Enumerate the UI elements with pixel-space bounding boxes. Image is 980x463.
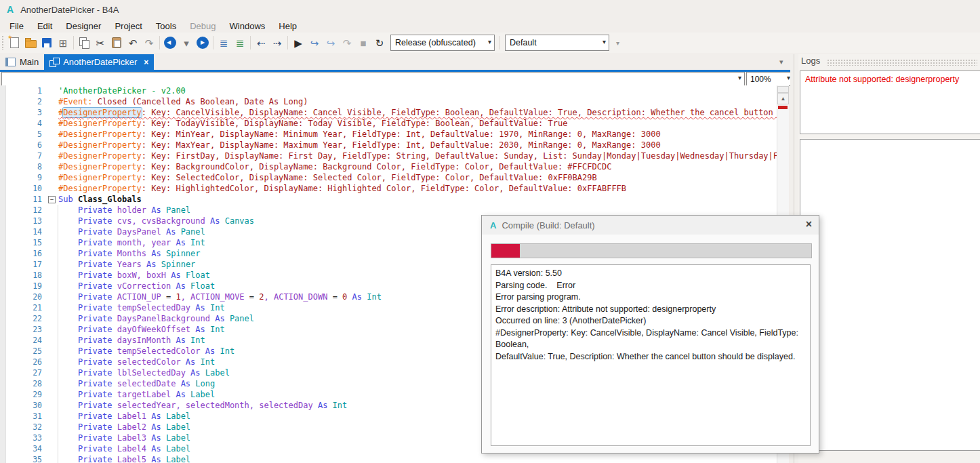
- indent-icon[interactable]: ⇢: [269, 35, 285, 51]
- code-line[interactable]: 3#DesignerProperty: Key: CancelVisible, …: [0, 107, 777, 118]
- scroll-up-icon[interactable]: ▲: [777, 93, 789, 104]
- toolbar: ⊞✂↶↷▾≣≣⇠⇢▶↪↪↷■↻ Release (obfuscated) ▾ D…: [0, 33, 980, 53]
- menu-designer[interactable]: Designer: [59, 20, 108, 33]
- restart-icon[interactable]: ↻: [371, 35, 388, 51]
- save-icon[interactable]: [39, 35, 55, 51]
- toolbar-separator: [213, 36, 213, 49]
- title-bar: A AnotherDatePicker - B4A: [0, 0, 980, 19]
- fold-margin: [45, 237, 58, 248]
- resume-icon[interactable]: ↪: [306, 35, 323, 51]
- fold-margin: [45, 335, 58, 346]
- new-file-icon[interactable]: [6, 35, 22, 51]
- code-line[interactable]: 4#DesignerProperty: Key: TodayVisible, D…: [0, 118, 777, 129]
- paste-icon[interactable]: [108, 35, 125, 51]
- tab-label: Main: [20, 57, 39, 67]
- menu-file[interactable]: File: [3, 20, 30, 33]
- dialog-log-line: #DesignerProperty: Key: CancelVisible, D…: [495, 327, 806, 351]
- undo-icon[interactable]: ↶: [125, 35, 141, 51]
- compile-log-box[interactable]: B4A version: 5.50Parsing code. ErrorErro…: [491, 264, 811, 446]
- line-number: 17: [0, 259, 45, 270]
- toolbar-overflow-icon[interactable]: ▾: [616, 39, 619, 47]
- menu-edit[interactable]: Edit: [30, 20, 59, 33]
- fold-margin: [45, 161, 58, 172]
- line-number: 12: [0, 205, 45, 216]
- code-line[interactable]: 35 Private Label5 As Label: [0, 454, 777, 463]
- editor-split-handle[interactable]: [777, 86, 789, 93]
- indent-guide: [58, 205, 58, 463]
- line-number: 25: [0, 346, 45, 357]
- toolbar-grip: [1, 35, 4, 50]
- build-configuration-select[interactable]: Release (obfuscated) ▾: [390, 35, 495, 51]
- menu-project[interactable]: Project: [108, 20, 148, 33]
- code-text: #DesignerProperty: Key: TodayVisible, Di…: [58, 118, 777, 129]
- back-menu-icon[interactable]: ▾: [178, 35, 195, 51]
- code-line[interactable]: 11−Sub Class_Globals: [0, 194, 777, 205]
- code-text: Sub Class_Globals: [58, 194, 777, 205]
- line-number: 31: [0, 411, 45, 422]
- cut-icon[interactable]: ✂: [92, 35, 108, 51]
- zoom-select[interactable]: 100% ▾: [746, 72, 793, 86]
- line-number: 24: [0, 335, 45, 346]
- form-icon: [5, 58, 16, 66]
- dialog-log-line: Parsing code. Error: [495, 280, 806, 292]
- step-over-icon[interactable]: ↪: [323, 35, 339, 51]
- code-line[interactable]: 8#DesignerProperty: Key: BackgroundColor…: [0, 161, 777, 172]
- line-number: 23: [0, 324, 45, 335]
- line-number: 2: [0, 96, 45, 107]
- collapse-toggle-icon[interactable]: −: [48, 196, 56, 203]
- code-line[interactable]: 12 Private holder As Panel: [0, 205, 777, 216]
- dialog-log-line: DefaultValue: True, Description: Whether…: [495, 351, 806, 363]
- code-text: #DesignerProperty: Key: FirstDay, Displa…: [58, 150, 777, 161]
- compile-dialog-titlebar[interactable]: A Compile (Build: Default) ×: [482, 216, 819, 235]
- code-line[interactable]: 7#DesignerProperty: Key: FirstDay, Displ…: [0, 150, 777, 161]
- tab-label: AnotherDatePicker: [63, 57, 137, 67]
- build-configuration-value: Release (obfuscated): [395, 38, 476, 47]
- fold-margin: [45, 357, 58, 367]
- line-number: 20: [0, 291, 45, 302]
- logs-drag-handle[interactable]: [827, 59, 977, 66]
- dialog-log-line: Error parsing program.: [495, 291, 806, 304]
- menu-windows[interactable]: Windows: [223, 20, 272, 33]
- open-folder-icon[interactable]: [22, 35, 39, 51]
- code-line[interactable]: 6#DesignerProperty: Key: MaxYear, Displa…: [0, 140, 777, 150]
- chevron-down-icon[interactable]: ▾: [779, 58, 783, 66]
- member-navigator-select[interactable]: ▾: [1, 72, 745, 86]
- code-line[interactable]: 9#DesignerProperty: Key: SelectedColor, …: [0, 172, 777, 183]
- code-line[interactable]: 1'AnotherDatePicker - v2.00: [0, 85, 777, 96]
- uncomment-icon[interactable]: ≣: [232, 35, 248, 51]
- code-line[interactable]: 10#DesignerProperty: Key: HighlightedCol…: [0, 183, 777, 194]
- line-number: 6: [0, 140, 45, 150]
- outdent-icon[interactable]: ⇠: [253, 35, 269, 51]
- toolbar-separator: [499, 36, 500, 49]
- close-icon[interactable]: ×: [144, 58, 148, 67]
- code-text: Private holder As Panel: [58, 205, 777, 216]
- dialog-log-line: Error description: Attribute not support…: [495, 304, 806, 316]
- code-line[interactable]: 2#Event: Closed (Cancelled As Boolean, D…: [0, 96, 777, 107]
- export-zip-icon[interactable]: ⊞: [55, 35, 71, 51]
- error-marker: [778, 106, 788, 109]
- line-number: 14: [0, 226, 45, 237]
- logs-output-box[interactable]: Attribute not supported: designerpropert…: [800, 71, 980, 134]
- step-into-icon[interactable]: ↷: [339, 35, 355, 51]
- tab-anotherdatepicker[interactable]: AnotherDatePicker ×: [44, 54, 154, 70]
- redo-icon[interactable]: ↷: [141, 35, 157, 51]
- line-number: 10: [0, 183, 45, 194]
- build-profile-value: Default: [510, 38, 537, 47]
- logs-secondary-box[interactable]: [800, 139, 980, 451]
- build-profile-select[interactable]: Default ▾: [505, 35, 609, 51]
- code-line[interactable]: 5#DesignerProperty: Key: MinYear, Displa…: [0, 129, 777, 140]
- stop-icon[interactable]: ■: [355, 35, 371, 51]
- menu-help[interactable]: Help: [272, 20, 304, 33]
- comment-icon[interactable]: ≣: [216, 35, 232, 51]
- copy-icon[interactable]: [76, 35, 92, 51]
- navigate-forward-icon[interactable]: [195, 35, 211, 51]
- close-icon[interactable]: ×: [806, 218, 812, 230]
- tab-main[interactable]: Main: [0, 54, 44, 70]
- fold-margin: [45, 259, 58, 270]
- menu-tools[interactable]: Tools: [149, 20, 183, 33]
- navigate-back-icon[interactable]: [162, 35, 178, 51]
- compile-dialog-title: Compile (Build: Default): [502, 220, 594, 230]
- fold-margin: [45, 367, 58, 378]
- run-icon[interactable]: ▶: [290, 35, 306, 51]
- line-number: 30: [0, 400, 45, 411]
